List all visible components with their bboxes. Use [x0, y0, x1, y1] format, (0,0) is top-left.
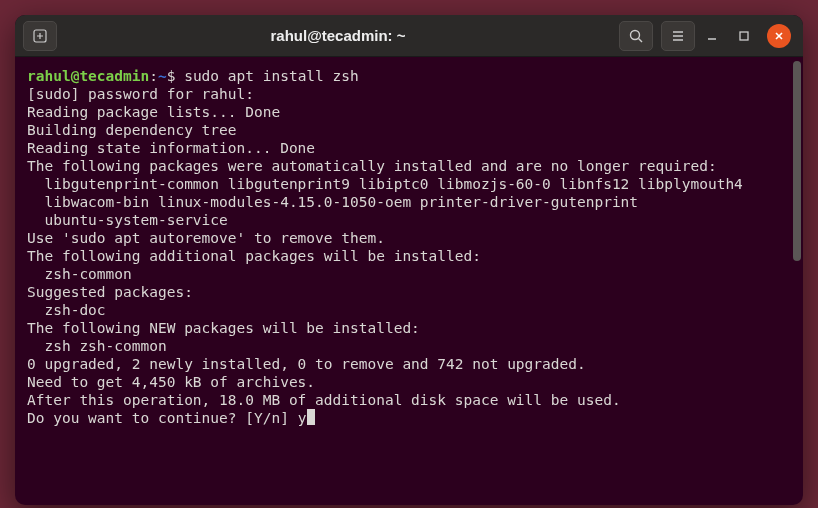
menu-button[interactable]	[661, 21, 695, 51]
svg-point-3	[631, 30, 640, 39]
output-line: libgutenprint-common libgutenprint9 libi…	[27, 175, 791, 193]
continue-prompt-line: Do you want to continue? [Y/n] y	[27, 409, 791, 427]
output-line: zsh zsh-common	[27, 337, 791, 355]
scrollbar-thumb[interactable]	[793, 61, 801, 261]
output-line: 0 upgraded, 2 newly installed, 0 to remo…	[27, 355, 791, 373]
minimize-icon	[706, 30, 718, 42]
prompt-user-host: rahul@tecadmin	[27, 68, 149, 84]
search-icon	[628, 28, 644, 44]
close-icon	[773, 30, 785, 42]
svg-line-4	[639, 38, 643, 42]
output-line: ubuntu-system-service	[27, 211, 791, 229]
output-line: Reading package lists... Done	[27, 103, 791, 121]
prompt-separator: :	[149, 68, 158, 84]
output-line: After this operation, 18.0 MB of additio…	[27, 391, 791, 409]
output-line: The following additional packages will b…	[27, 247, 791, 265]
prompt-command: sudo apt install zsh	[184, 68, 359, 84]
terminal-cursor	[307, 409, 315, 425]
new-tab-button[interactable]	[23, 21, 57, 51]
terminal-body[interactable]: rahul@tecadmin:~$ sudo apt install zsh […	[15, 57, 803, 505]
continue-prompt-answer: y	[298, 410, 307, 426]
prompt-line: rahul@tecadmin:~$ sudo apt install zsh	[27, 67, 791, 85]
prompt-path: ~	[158, 68, 167, 84]
maximize-button[interactable]	[735, 27, 753, 45]
search-button[interactable]	[619, 21, 653, 51]
window-controls	[703, 24, 795, 48]
terminal-window: rahul@tecadmin: ~	[15, 15, 803, 505]
output-line: zsh-doc	[27, 301, 791, 319]
output-line: The following NEW packages will be insta…	[27, 319, 791, 337]
window-title: rahul@tecadmin: ~	[65, 27, 611, 44]
output-line: zsh-common	[27, 265, 791, 283]
output-line: Reading state information... Done	[27, 139, 791, 157]
minimize-button[interactable]	[703, 27, 721, 45]
output-line: Use 'sudo apt autoremove' to remove them…	[27, 229, 791, 247]
svg-rect-9	[740, 32, 748, 40]
output-line: Suggested packages:	[27, 283, 791, 301]
output-line: The following packages were automaticall…	[27, 157, 791, 175]
hamburger-icon	[670, 28, 686, 44]
output-line: [sudo] password for rahul:	[27, 85, 791, 103]
close-button[interactable]	[767, 24, 791, 48]
maximize-icon	[738, 30, 750, 42]
output-line: Need to get 4,450 kB of archives.	[27, 373, 791, 391]
continue-prompt-question: Do you want to continue? [Y/n]	[27, 410, 298, 426]
new-tab-icon	[32, 28, 48, 44]
titlebar: rahul@tecadmin: ~	[15, 15, 803, 57]
output-line: libwacom-bin linux-modules-4.15.0-1050-o…	[27, 193, 791, 211]
output-line: Building dependency tree	[27, 121, 791, 139]
